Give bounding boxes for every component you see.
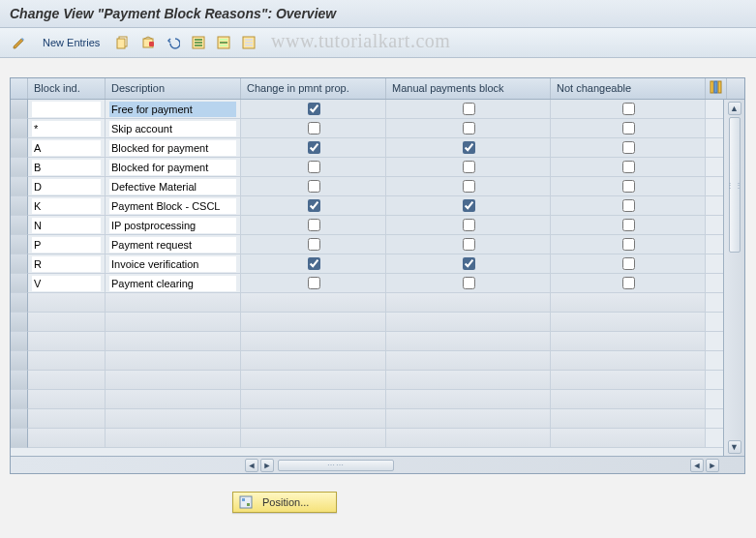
new-entries-button[interactable]: New Entries xyxy=(35,35,107,50)
row-selector[interactable] xyxy=(11,196,28,216)
vertical-scrollbar[interactable]: ▲ ⋮⋮ ▼ xyxy=(723,100,744,456)
description-input[interactable] xyxy=(109,198,236,214)
man-checkbox[interactable] xyxy=(463,103,475,115)
not-checkbox[interactable] xyxy=(622,199,635,212)
man-checkbox[interactable] xyxy=(463,238,475,251)
block-ind-input[interactable] xyxy=(32,256,101,272)
scroll-down-icon[interactable]: ▼ xyxy=(728,440,741,454)
scroll-left-end-icon[interactable]: ◄ xyxy=(690,459,704,472)
scroll-left-icon[interactable]: ◄ xyxy=(245,459,258,472)
row-selector[interactable] xyxy=(11,177,28,196)
description-input[interactable] xyxy=(109,140,236,156)
header-change-prop[interactable]: Change in pmnt prop. xyxy=(241,78,386,99)
row-selector[interactable] xyxy=(11,254,28,274)
row-selector[interactable] xyxy=(11,235,28,254)
not-checkbox[interactable] xyxy=(622,219,635,231)
toggle-display-change-icon[interactable] xyxy=(10,33,29,52)
chg-checkbox[interactable] xyxy=(308,277,320,289)
row-selector[interactable] xyxy=(11,119,28,138)
block-ind-input[interactable] xyxy=(32,121,101,136)
undo-icon[interactable] xyxy=(164,33,183,52)
row-selector[interactable] xyxy=(11,293,28,313)
row-selector[interactable] xyxy=(11,332,28,351)
row-selector[interactable] xyxy=(11,158,28,177)
row-selector[interactable] xyxy=(11,351,28,371)
header-block-ind[interactable]: Block ind. xyxy=(28,78,106,99)
row-selector[interactable] xyxy=(11,409,28,429)
position-icon xyxy=(239,495,253,509)
block-ind-input[interactable] xyxy=(32,276,101,291)
scroll-up-icon[interactable]: ▲ xyxy=(728,102,741,115)
row-selector[interactable] xyxy=(11,429,28,448)
block-ind-input[interactable] xyxy=(32,102,101,117)
description-input[interactable] xyxy=(109,256,236,272)
description-input[interactable] xyxy=(109,237,236,253)
man-checkbox[interactable] xyxy=(463,199,475,212)
select-block-icon[interactable] xyxy=(214,33,233,52)
not-checkbox[interactable] xyxy=(622,257,635,270)
chg-checkbox[interactable] xyxy=(308,180,320,193)
scroll-right-end-icon[interactable]: ► xyxy=(706,459,719,472)
not-checkbox[interactable] xyxy=(622,238,635,251)
vertical-scroll-thumb[interactable]: ⋮⋮ xyxy=(729,117,741,253)
row-selector[interactable] xyxy=(11,371,28,390)
description-input[interactable] xyxy=(109,121,236,136)
description-input[interactable] xyxy=(109,218,236,233)
cell-chg xyxy=(241,158,386,177)
copy-as-icon[interactable] xyxy=(113,33,133,52)
deselect-all-icon[interactable] xyxy=(239,33,258,52)
not-checkbox[interactable] xyxy=(622,122,635,134)
position-button[interactable]: Position... xyxy=(232,492,337,513)
block-ind-input[interactable] xyxy=(32,179,101,194)
cell-block-ind xyxy=(28,429,106,448)
chg-checkbox[interactable] xyxy=(308,122,320,134)
header-manual-block[interactable]: Manual payments block xyxy=(386,78,551,99)
man-checkbox[interactable] xyxy=(463,277,475,289)
header-select-all[interactable] xyxy=(11,78,28,99)
not-checkbox[interactable] xyxy=(622,103,635,115)
chg-checkbox[interactable] xyxy=(308,219,320,231)
not-checkbox[interactable] xyxy=(622,180,635,193)
man-checkbox[interactable] xyxy=(463,161,475,173)
chg-checkbox[interactable] xyxy=(308,141,320,154)
select-all-icon[interactable] xyxy=(189,33,208,52)
block-ind-input[interactable] xyxy=(32,198,101,214)
row-selector[interactable] xyxy=(11,313,28,332)
configure-columns-icon[interactable] xyxy=(706,78,727,99)
row-selector[interactable] xyxy=(11,274,28,293)
chg-checkbox[interactable] xyxy=(308,199,320,212)
cell-block-ind xyxy=(28,313,106,332)
chg-checkbox[interactable] xyxy=(308,161,320,173)
chg-checkbox[interactable] xyxy=(308,103,320,115)
row-selector[interactable] xyxy=(11,100,28,119)
block-ind-input[interactable] xyxy=(32,140,101,156)
man-checkbox[interactable] xyxy=(463,122,475,134)
description-input[interactable] xyxy=(109,102,236,117)
header-description[interactable]: Description xyxy=(106,78,241,99)
block-ind-input[interactable] xyxy=(32,218,101,233)
not-checkbox[interactable] xyxy=(622,277,635,289)
horizontal-scroll-thumb[interactable]: ⋯⋯ xyxy=(278,460,394,471)
block-ind-input[interactable] xyxy=(32,160,101,175)
cell-description xyxy=(106,119,241,138)
description-input[interactable] xyxy=(109,179,236,194)
man-checkbox[interactable] xyxy=(463,257,475,270)
header-not-changeable[interactable]: Not changeable xyxy=(551,78,706,99)
cell-description xyxy=(106,371,241,390)
row-selector[interactable] xyxy=(11,138,28,158)
scroll-right-icon[interactable]: ► xyxy=(260,459,274,472)
delete-icon[interactable] xyxy=(138,33,158,52)
man-checkbox[interactable] xyxy=(463,180,475,193)
description-input[interactable] xyxy=(109,276,236,291)
description-input[interactable] xyxy=(109,160,236,175)
chg-checkbox[interactable] xyxy=(308,257,320,270)
not-checkbox[interactable] xyxy=(622,161,635,173)
row-selector[interactable] xyxy=(11,390,28,409)
block-ind-input[interactable] xyxy=(32,237,101,253)
not-checkbox[interactable] xyxy=(622,141,635,154)
man-checkbox[interactable] xyxy=(463,219,475,231)
cell-man xyxy=(386,196,551,216)
chg-checkbox[interactable] xyxy=(308,238,320,251)
row-selector[interactable] xyxy=(11,216,28,235)
man-checkbox[interactable] xyxy=(463,141,475,154)
